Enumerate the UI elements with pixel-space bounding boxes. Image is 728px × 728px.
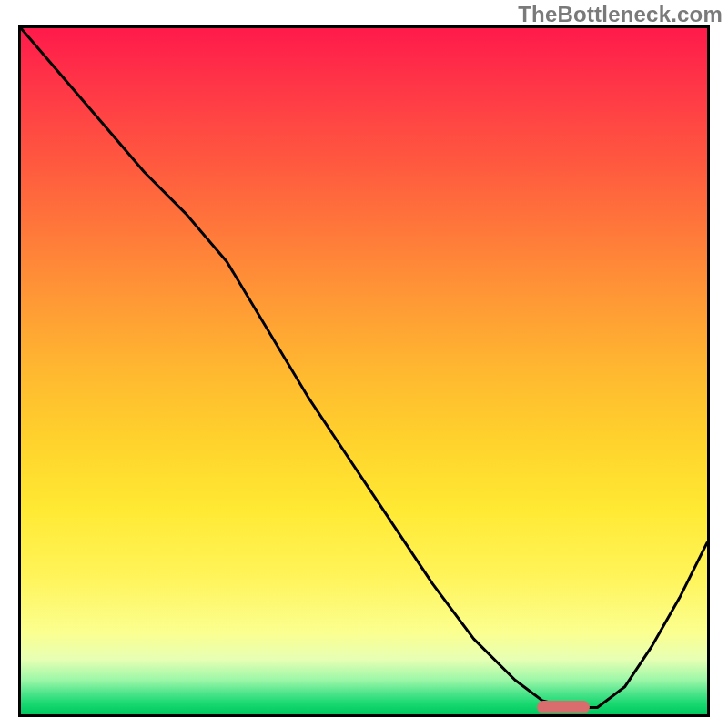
curve-svg xyxy=(21,28,707,714)
valley-marker xyxy=(537,701,590,713)
watermark-text: TheBottleneck.com xyxy=(518,2,723,27)
chart-stage: TheBottleneck.com xyxy=(0,0,728,728)
bottleneck-curve xyxy=(21,28,707,708)
plot-area xyxy=(18,25,710,717)
